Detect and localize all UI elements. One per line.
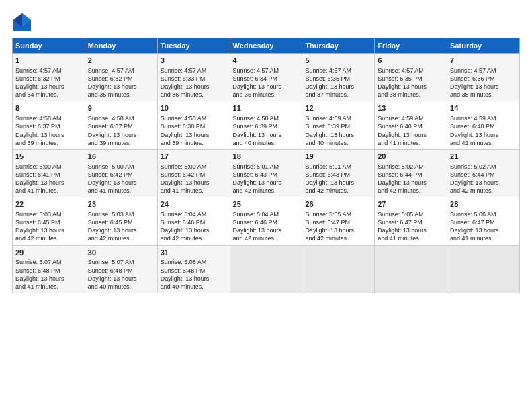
header-row: SundayMondayTuesdayWednesdayThursdayFrid… <box>13 38 520 54</box>
day-number: 13 <box>378 103 444 113</box>
day-cell: 28Sunrise: 5:06 AMSunset: 6:47 PMDayligh… <box>447 197 520 245</box>
day-number: 23 <box>88 199 154 210</box>
col-header-tuesday: Tuesday <box>157 38 230 54</box>
day-number: 4 <box>233 56 300 66</box>
day-number: 28 <box>450 199 517 210</box>
col-header-sunday: Sunday <box>13 38 85 54</box>
day-number: 31 <box>161 248 227 258</box>
day-cell <box>230 245 302 293</box>
day-number: 18 <box>233 152 300 162</box>
day-cell: 6Sunrise: 4:57 AMSunset: 6:35 PMDaylight… <box>375 54 447 101</box>
day-number: 5 <box>305 56 371 66</box>
day-cell <box>302 245 375 293</box>
day-cell: 27Sunrise: 5:05 AMSunset: 6:47 PMDayligh… <box>375 197 447 245</box>
day-cell: 17Sunrise: 5:00 AMSunset: 6:42 PMDayligh… <box>157 149 230 197</box>
col-header-monday: Monday <box>85 38 157 54</box>
day-number: 10 <box>161 103 227 113</box>
day-number: 3 <box>161 56 227 66</box>
day-cell: 11Sunrise: 4:58 AMSunset: 6:39 PMDayligh… <box>230 101 302 149</box>
day-cell: 13Sunrise: 4:59 AMSunset: 6:40 PMDayligh… <box>375 101 447 149</box>
day-cell: 14Sunrise: 4:59 AMSunset: 6:40 PMDayligh… <box>447 101 520 149</box>
week-row-1: 1Sunrise: 4:57 AMSunset: 6:32 PMDaylight… <box>13 54 520 101</box>
day-cell: 25Sunrise: 5:04 AMSunset: 6:46 PMDayligh… <box>230 197 302 245</box>
day-cell: 15Sunrise: 5:00 AMSunset: 6:41 PMDayligh… <box>13 149 85 197</box>
day-number: 17 <box>161 152 227 162</box>
day-number: 16 <box>88 152 154 162</box>
day-number: 7 <box>450 56 517 66</box>
day-cell: 22Sunrise: 5:03 AMSunset: 6:45 PMDayligh… <box>13 197 85 245</box>
day-number: 21 <box>450 152 517 162</box>
col-header-thursday: Thursday <box>302 38 375 54</box>
day-cell: 20Sunrise: 5:02 AMSunset: 6:44 PMDayligh… <box>375 149 447 197</box>
day-number: 14 <box>450 103 517 113</box>
header <box>12 12 520 32</box>
day-number: 19 <box>305 152 371 162</box>
day-cell: 8Sunrise: 4:58 AMSunset: 6:37 PMDaylight… <box>13 101 85 149</box>
day-cell: 16Sunrise: 5:00 AMSunset: 6:42 PMDayligh… <box>85 149 157 197</box>
day-cell: 1Sunrise: 4:57 AMSunset: 6:32 PMDaylight… <box>13 54 85 101</box>
day-cell: 9Sunrise: 4:58 AMSunset: 6:37 PMDaylight… <box>85 101 157 149</box>
col-header-wednesday: Wednesday <box>230 38 302 54</box>
day-number: 26 <box>305 199 371 210</box>
day-cell: 7Sunrise: 4:57 AMSunset: 6:36 PMDaylight… <box>447 54 520 101</box>
day-number: 22 <box>15 199 82 210</box>
day-number: 20 <box>378 152 444 162</box>
day-cell: 19Sunrise: 5:01 AMSunset: 6:43 PMDayligh… <box>302 149 375 197</box>
page: SundayMondayTuesdayWednesdayThursdayFrid… <box>0 0 532 411</box>
day-number: 15 <box>15 152 82 162</box>
day-number: 30 <box>88 248 154 258</box>
day-number: 27 <box>378 199 444 210</box>
day-cell: 2Sunrise: 4:57 AMSunset: 6:32 PMDaylight… <box>85 54 157 101</box>
day-cell <box>375 245 447 293</box>
day-cell: 29Sunrise: 5:07 AMSunset: 6:48 PMDayligh… <box>13 245 85 293</box>
day-number: 8 <box>15 103 82 113</box>
day-number: 9 <box>88 103 154 113</box>
day-number: 6 <box>378 56 444 66</box>
day-cell: 30Sunrise: 5:07 AMSunset: 6:48 PMDayligh… <box>85 245 157 293</box>
logo <box>12 12 35 32</box>
day-cell: 24Sunrise: 5:04 AMSunset: 6:46 PMDayligh… <box>157 197 230 245</box>
day-cell: 3Sunrise: 4:57 AMSunset: 6:33 PMDaylight… <box>157 54 230 101</box>
day-cell: 10Sunrise: 4:58 AMSunset: 6:38 PMDayligh… <box>157 101 230 149</box>
day-cell: 4Sunrise: 4:57 AMSunset: 6:34 PMDaylight… <box>230 54 302 101</box>
calendar-table: SundayMondayTuesdayWednesdayThursdayFrid… <box>12 38 520 293</box>
day-cell: 12Sunrise: 4:59 AMSunset: 6:39 PMDayligh… <box>302 101 375 149</box>
logo-icon <box>12 12 32 32</box>
week-row-2: 8Sunrise: 4:58 AMSunset: 6:37 PMDaylight… <box>13 101 520 149</box>
day-cell: 26Sunrise: 5:05 AMSunset: 6:47 PMDayligh… <box>302 197 375 245</box>
week-row-3: 15Sunrise: 5:00 AMSunset: 6:41 PMDayligh… <box>13 149 520 197</box>
day-number: 25 <box>233 199 300 210</box>
day-number: 1 <box>15 56 82 66</box>
col-header-saturday: Saturday <box>447 38 520 54</box>
day-number: 12 <box>305 103 371 113</box>
day-number: 24 <box>161 199 227 210</box>
day-cell: 5Sunrise: 4:57 AMSunset: 6:35 PMDaylight… <box>302 54 375 101</box>
week-row-5: 29Sunrise: 5:07 AMSunset: 6:48 PMDayligh… <box>13 245 520 293</box>
day-number: 11 <box>233 103 300 113</box>
day-cell: 23Sunrise: 5:03 AMSunset: 6:45 PMDayligh… <box>85 197 157 245</box>
col-header-friday: Friday <box>375 38 447 54</box>
day-cell <box>447 245 520 293</box>
day-number: 29 <box>15 248 82 258</box>
day-cell: 18Sunrise: 5:01 AMSunset: 6:43 PMDayligh… <box>230 149 302 197</box>
day-cell: 31Sunrise: 5:08 AMSunset: 6:48 PMDayligh… <box>157 245 230 293</box>
week-row-4: 22Sunrise: 5:03 AMSunset: 6:45 PMDayligh… <box>13 197 520 245</box>
day-cell: 21Sunrise: 5:02 AMSunset: 6:44 PMDayligh… <box>447 149 520 197</box>
day-number: 2 <box>88 56 154 66</box>
